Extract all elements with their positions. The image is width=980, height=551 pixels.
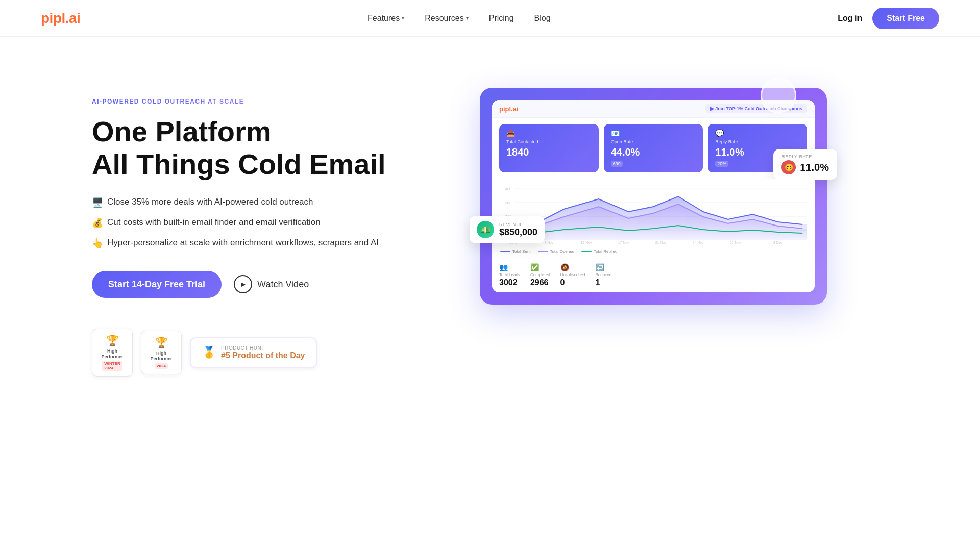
nav-link-features[interactable]: Features ▾ [368, 14, 404, 23]
hero-features-list: 🖥️ Close 35% more deals with AI-powered … [92, 195, 388, 251]
nav-item-resources[interactable]: Resources ▾ [425, 14, 468, 23]
leads-icon: 👥 [499, 263, 520, 271]
badge-g2-2024-label: HighPerformer [150, 350, 172, 362]
stat-card-contacted: 📤 Total Contacted 1840 [499, 124, 599, 172]
unsubscribed-label: Unsubscribed [560, 272, 585, 277]
dashboard-inner: pipl.ai ▶ Join TOP 1% Cold Outreach Cham… [492, 100, 815, 292]
stat-completed: ✅ Completed 2966 [530, 263, 550, 287]
float-reply-card: REPLY RATE 😊 11.0% [773, 149, 837, 180]
stat-value-contacted: 1840 [506, 146, 592, 158]
product-hunt-icon: 🥇 [202, 346, 216, 359]
stat-card-open-rate: 📧 Open Rate 44.0% 699 [604, 124, 703, 172]
watch-video-button[interactable]: ▶ Watch Video [234, 275, 309, 293]
feature-icon-3: 👆 [92, 237, 103, 251]
stat-icon-open-rate: 📧 [611, 129, 696, 137]
reply-rate-value: 11.0% [800, 162, 829, 173]
svg-text:26 Nov: 26 Nov [730, 241, 741, 244]
stat-label-reply-rate: Reply Rate [715, 139, 800, 144]
feature-icon-1: 🖥️ [92, 196, 103, 210]
dashboard-logo: pipl.ai [499, 105, 519, 113]
stat-bounced: ↩️ Bounced 1 [596, 263, 612, 287]
bounced-icon: ↩️ [596, 263, 612, 271]
svg-text:3 Dec: 3 Dec [773, 241, 782, 244]
logo[interactable]: pipl.ai [41, 10, 80, 27]
chart-legend: Total Sent Total Opened Total Replied [499, 249, 807, 254]
stat-total-leads: 👥 Total Leads 3002 [499, 263, 520, 287]
stat-unsubscribed: 🔕 Unsubscribed 0 [560, 263, 585, 287]
dashboard-stats: 📤 Total Contacted 1840 📧 Open Rate 44.0%… [492, 118, 815, 179]
product-hunt-text: PRODUCT HUNT #5 Product of the Day [221, 345, 305, 360]
chart-svg: 400 300 200 100 [499, 184, 807, 245]
dashboard-bottom-stats: 👥 Total Leads 3002 ✅ Completed 2966 🔕 Un… [492, 258, 815, 292]
legend-sent: Total Sent [500, 249, 531, 254]
float-revenue-card: 💵 REVENUE $850,000 [470, 216, 545, 243]
svg-text:300: 300 [505, 201, 512, 205]
unsubscribed-value: 0 [560, 278, 585, 287]
nav-links: Features ▾ Resources ▾ Pricing Blog [368, 14, 551, 23]
completed-value: 2966 [530, 278, 550, 287]
g2-winter-icon: 🏆 [106, 334, 119, 346]
hero-cta: Start 14-Day Free Trial ▶ Watch Video [92, 271, 388, 298]
legend-replied: Total Replied [581, 249, 617, 254]
revenue-icon: 💵 [477, 221, 494, 238]
badge-g2-2024-sub: 2024 [155, 363, 168, 369]
nav-item-blog[interactable]: Blog [534, 14, 551, 23]
g2-2024-icon: 🏆 [155, 336, 168, 348]
unsubscribed-icon: 🔕 [560, 263, 585, 271]
badge-g2-2024: 🏆 HighPerformer 2024 [141, 331, 182, 374]
hero-title: One Platform All Things Cold Email [92, 115, 388, 181]
svg-text:17 Nov: 17 Nov [618, 241, 629, 244]
hero-badge: AI-POWERED COLD OUTREACH AT SCALE [92, 98, 388, 105]
leads-value: 3002 [499, 278, 520, 287]
login-button[interactable]: Log in [838, 14, 862, 23]
bounced-value: 1 [596, 278, 612, 287]
svg-text:12 Nov: 12 Nov [581, 241, 592, 244]
trial-button[interactable]: Start 14-Day Free Trial [92, 271, 222, 298]
stat-change-reply-rate: 20% [715, 161, 728, 167]
badges-row: 🏆 HighPerformer WINTER2024 🏆 HighPerform… [92, 329, 388, 377]
revenue-value: $850,000 [499, 227, 537, 238]
nav-link-resources[interactable]: Resources ▾ [425, 14, 468, 23]
reply-avatar-icon: 😊 [781, 160, 796, 174]
chevron-down-icon: ▾ [466, 15, 469, 21]
badge-g2-winter-label: HighPerformer [101, 348, 123, 360]
svg-text:24 Nov: 24 Nov [693, 241, 704, 244]
completed-icon: ✅ [530, 263, 550, 271]
hero-left: AI-POWERED COLD OUTREACH AT SCALE One Pl… [92, 78, 388, 377]
svg-text:21 Nov: 21 Nov [655, 241, 667, 244]
legend-opened: Total Opened [538, 249, 575, 254]
product-hunt-title: #5 Product of the Day [221, 351, 305, 360]
hero-feature-2: 💰 Cut costs with built-in email finder a… [92, 216, 388, 230]
stat-change-open-rate: 699 [611, 161, 623, 167]
hero-feature-1: 🖥️ Close 35% more deals with AI-powered … [92, 195, 388, 210]
logo-text-black: pipl. [41, 10, 69, 26]
logo-text-orange: ai [69, 10, 80, 26]
nav-item-pricing[interactable]: Pricing [489, 14, 514, 23]
badge-g2-winter-sub: WINTER2024 [102, 361, 122, 371]
decorative-circle [761, 78, 796, 113]
stat-value-open-rate: 44.0% [611, 146, 696, 158]
hero-section: AI-POWERED COLD OUTREACH AT SCALE One Pl… [0, 37, 980, 407]
stat-label-open-rate: Open Rate [611, 139, 696, 144]
hero-feature-3: 👆 Hyper-personalize at scale with enrich… [92, 236, 388, 251]
stat-icon-reply-rate: 💬 [715, 129, 800, 137]
reply-rate-label: REPLY RATE [781, 154, 829, 159]
product-hunt-label: PRODUCT HUNT [221, 345, 305, 351]
svg-text:8 Nov: 8 Nov [545, 241, 554, 244]
nav-item-features[interactable]: Features ▾ [368, 14, 404, 23]
bounced-label: Bounced [596, 272, 612, 277]
nav-link-blog[interactable]: Blog [534, 14, 551, 23]
hero-right: REPLY RATE 😊 11.0% pipl.ai ▶ Join TOP 1%… [419, 78, 888, 305]
leads-label: Total Leads [499, 272, 520, 277]
stat-icon-contacted: 📤 [506, 129, 592, 137]
play-icon: ▶ [234, 275, 252, 293]
nav-link-pricing[interactable]: Pricing [489, 14, 514, 23]
stat-label-contacted: Total Contacted [506, 139, 592, 144]
navbar: pipl.ai Features ▾ Resources ▾ Pricing B… [0, 0, 980, 37]
revenue-text: REVENUE $850,000 [499, 222, 537, 238]
dashboard-mockup: REPLY RATE 😊 11.0% pipl.ai ▶ Join TOP 1%… [480, 88, 827, 305]
nav-actions: Log in Start Free [838, 8, 939, 29]
svg-text:400: 400 [505, 187, 512, 191]
start-free-button[interactable]: Start Free [872, 8, 939, 29]
completed-label: Completed [530, 272, 550, 277]
